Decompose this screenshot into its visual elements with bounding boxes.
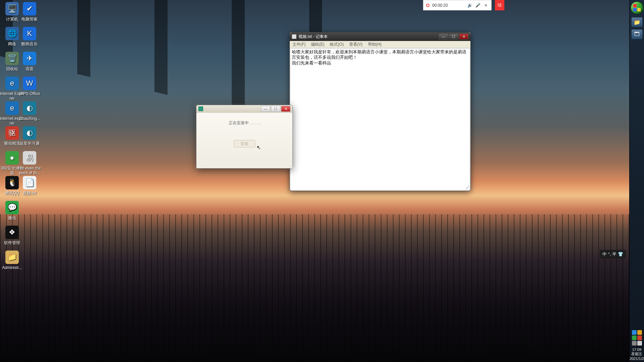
desktop-icon[interactable]: ◐超星学习通: [17, 126, 42, 146]
desktop-icon-label: 超星学习通: [17, 141, 42, 146]
taskbar[interactable]: 📁 🗔 17:09 星期五 2021/1/29: [629, 0, 644, 362]
installer-titlebar[interactable]: — ☐ ✕: [196, 105, 292, 112]
app-icon: K: [23, 27, 36, 40]
taskbar-item-app[interactable]: 🗔: [631, 29, 643, 39]
tray-volume-icon[interactable]: [637, 335, 642, 340]
recorder-close-icon[interactable]: ✕: [483, 3, 489, 8]
desktop-icon-label: 微信: [0, 216, 25, 220]
notepad-menubar[interactable]: 文件(F)编辑(E)格式(O)查看(V)帮助(H): [290, 41, 470, 48]
menu-item[interactable]: 格式(O): [327, 42, 346, 47]
taskbar-clock[interactable]: 17:09 星期五 2021/1/29: [630, 347, 644, 362]
close-button[interactable]: ✕: [281, 106, 290, 112]
installer-install-button[interactable]: 安装: [234, 140, 255, 147]
desktop-icon[interactable]: ✔电脑管家: [17, 2, 42, 21]
microphone-muted-icon[interactable]: 🎤: [475, 3, 480, 8]
app-icon: 易: [23, 151, 36, 165]
installer-app-icon: [198, 106, 203, 111]
minimize-button[interactable]: —: [261, 106, 270, 112]
desktop-icon[interactable]: 📄视频.txt: [17, 176, 42, 195]
desktop-icon[interactable]: WWPS Office: [17, 77, 42, 96]
app-icon: 📄: [23, 176, 36, 189]
maximize-button[interactable]: ☐: [449, 34, 458, 40]
windows-logo-icon: [633, 4, 641, 11]
tray-icon[interactable]: [637, 341, 642, 346]
app-icon: ❖: [5, 226, 19, 239]
menu-item[interactable]: 帮助(H): [365, 42, 384, 47]
installer-dialog[interactable]: — ☐ ✕ 正在安装中 . . . . . 安装: [196, 105, 293, 169]
app-icon: 💬: [5, 201, 19, 214]
close-button[interactable]: ✕: [459, 34, 468, 40]
notepad-title: 视频.txt - 记事本: [298, 34, 328, 40]
recorder-stop-button[interactable]: 结: [495, 0, 504, 10]
ime-status-text: 中 °, 半 👕: [602, 251, 623, 257]
minimize-button[interactable]: —: [439, 34, 448, 40]
desktop-icon[interactable]: 易Hin even the point of th...: [17, 151, 42, 176]
ime-language-bar[interactable]: 中 °, 半 👕: [600, 250, 626, 259]
clock-date: 2021/1/29: [630, 357, 644, 361]
recorder-timer: 00:00:20: [432, 3, 448, 8]
desktop-icon[interactable]: ✈迅雷: [17, 52, 42, 71]
desktop-icon-label: Hin even the point of th...: [17, 166, 42, 176]
app-icon: 📁: [5, 251, 19, 264]
installer-status-text: 正在安装中 . . . . .: [229, 120, 260, 126]
clock-time: 17:09: [630, 348, 644, 352]
installer-body: 正在安装中 . . . . . 安装: [196, 112, 292, 168]
app-icon: W: [23, 77, 36, 90]
maximize-button[interactable]: ☐: [271, 106, 280, 112]
desktop-icon-label: WPS Office: [17, 91, 42, 96]
tray-icon[interactable]: [637, 330, 642, 335]
app-icon: ✔: [23, 2, 36, 15]
tray-icon[interactable]: [632, 335, 637, 340]
desktop-icon-label: 迅雷: [17, 66, 42, 71]
desktop-icon[interactable]: K酷狗音乐: [17, 27, 42, 46]
tray-network-icon[interactable]: [632, 341, 637, 346]
desktop-icon-label: ChaoXing...: [17, 116, 42, 121]
desktop-icon-label: 软件管理: [0, 240, 25, 245]
desktop-icon[interactable]: 📁Administr...: [0, 251, 25, 270]
taskbar-item-explorer[interactable]: 📁: [631, 17, 643, 27]
notepad-window[interactable]: 视频.txt - 记事本 — ☐ ✕ 文件(F)编辑(E)格式(O)查看(V)帮…: [289, 32, 471, 191]
desktop-icon[interactable]: ❖软件管理: [0, 226, 25, 245]
screen-recorder-toolbar: 00:00:20 🔊 🎤 ✕: [423, 0, 492, 10]
tray-icon[interactable]: [632, 330, 637, 335]
menu-item[interactable]: 查看(V): [347, 42, 365, 47]
record-indicator-icon: [426, 4, 429, 7]
desktop-icon[interactable]: 💬微信: [0, 201, 25, 220]
start-button[interactable]: [631, 1, 643, 14]
speaker-icon[interactable]: 🔊: [467, 3, 472, 8]
app-icon: ✈: [23, 52, 36, 65]
desktop-icon-label: 电脑管家: [17, 17, 42, 21]
desktop-icon-label: Administr...: [0, 265, 25, 270]
desktop-icon-label: 视频.txt: [17, 191, 42, 195]
desktop-icon[interactable]: ◐ChaoXing...: [17, 101, 42, 121]
app-icon: ◐: [23, 126, 36, 140]
menu-item[interactable]: 文件(F): [290, 42, 308, 47]
app-icon: ◐: [23, 101, 36, 115]
notepad-textarea[interactable]: 哈喽大家好我是轩哥，欢迎来到本期易语言小课堂，本期易语言小课堂给大家带来的是易语…: [290, 48, 470, 190]
notepad-titlebar[interactable]: 视频.txt - 记事本 — ☐ ✕: [290, 32, 470, 41]
clock-day: 星期五: [630, 352, 644, 357]
desktop-icon-label: 酷狗音乐: [17, 42, 42, 46]
menu-item[interactable]: 编辑(E): [308, 42, 327, 47]
notepad-app-icon: [292, 34, 296, 39]
system-tray[interactable]: [630, 329, 644, 347]
